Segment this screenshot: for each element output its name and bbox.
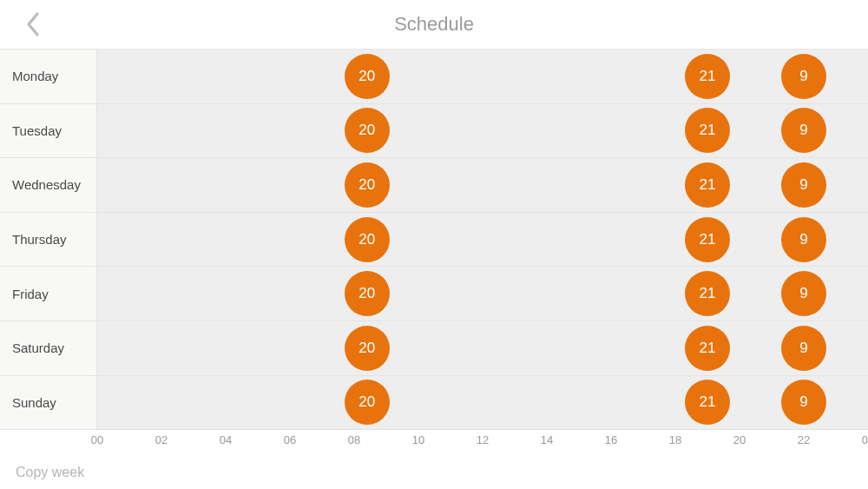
day-label: Thursday: [0, 213, 97, 267]
axis-tick: 20: [733, 433, 746, 446]
schedule-row: Thursday20219: [0, 212, 868, 267]
day-label: Tuesday: [0, 104, 97, 158]
schedule-row: Tuesday20219: [0, 103, 868, 158]
schedule-event[interactable]: 9: [781, 162, 826, 208]
axis-tick: 12: [477, 433, 489, 446]
schedule-event[interactable]: 21: [685, 217, 730, 262]
axis-tick: 00: [862, 433, 868, 446]
axis-track: 00020406081012141618202200: [97, 430, 868, 453]
schedule-event[interactable]: 9: [781, 380, 826, 425]
day-label: Monday: [0, 50, 97, 103]
day-track[interactable]: 20219: [97, 267, 868, 320]
copy-week-button[interactable]: Copy week: [16, 465, 84, 480]
back-button[interactable]: [16, 7, 50, 42]
page-title: Schedule: [394, 13, 474, 36]
day-label: Saturday: [0, 321, 97, 375]
axis-tick: 00: [91, 433, 103, 446]
schedule-event[interactable]: 20: [345, 326, 390, 371]
header-bar: Schedule: [0, 0, 868, 49]
axis-tick: 04: [220, 433, 232, 446]
schedule-event[interactable]: 20: [345, 217, 390, 262]
schedule-event[interactable]: 20: [345, 108, 390, 153]
schedule-event[interactable]: 9: [781, 326, 826, 371]
schedule-event[interactable]: 9: [781, 108, 826, 153]
axis-tick: 08: [348, 433, 360, 446]
time-axis: 00020406081012141618202200: [0, 429, 868, 453]
axis-tick: 02: [155, 433, 168, 446]
axis-tick: 14: [541, 433, 553, 446]
schedule-row: Saturday20219: [0, 320, 868, 375]
schedule-grid: Monday20219Tuesday20219Wednesday20219Thu…: [0, 49, 868, 429]
axis-tick: 22: [798, 433, 810, 446]
day-label: Sunday: [0, 376, 97, 430]
axis-tick: 10: [412, 433, 424, 446]
schedule-event[interactable]: 9: [781, 54, 826, 99]
schedule-event[interactable]: 20: [345, 271, 390, 316]
schedule-row: Friday20219: [0, 266, 868, 320]
schedule-event[interactable]: 21: [685, 162, 730, 208]
schedule-event[interactable]: 21: [685, 271, 730, 316]
axis-tick: 06: [284, 433, 296, 446]
schedule-row: Sunday20219: [0, 375, 868, 430]
schedule-event[interactable]: 21: [685, 326, 730, 371]
schedule-event[interactable]: 20: [345, 54, 390, 99]
schedule-event[interactable]: 20: [345, 380, 390, 425]
schedule-event[interactable]: 9: [781, 271, 826, 316]
day-label: Friday: [0, 267, 97, 320]
schedule-event[interactable]: 21: [685, 380, 730, 425]
schedule-event[interactable]: 21: [685, 54, 730, 99]
chevron-left-icon: [25, 11, 41, 37]
axis-tick: 18: [669, 433, 681, 446]
day-track[interactable]: 20219: [97, 321, 868, 375]
day-track[interactable]: 20219: [97, 213, 868, 267]
day-track[interactable]: 20219: [97, 104, 868, 158]
schedule-event[interactable]: 21: [685, 108, 730, 153]
schedule-event[interactable]: 9: [781, 217, 826, 262]
axis-tick: 16: [605, 433, 617, 446]
day-label: Wednesday: [0, 158, 97, 212]
schedule-row: Wednesday20219: [0, 157, 868, 212]
day-track[interactable]: 20219: [97, 158, 868, 212]
schedule-row: Monday20219: [0, 49, 868, 103]
day-track[interactable]: 20219: [97, 50, 868, 103]
schedule-event[interactable]: 20: [345, 162, 390, 208]
day-track[interactable]: 20219: [97, 376, 868, 430]
